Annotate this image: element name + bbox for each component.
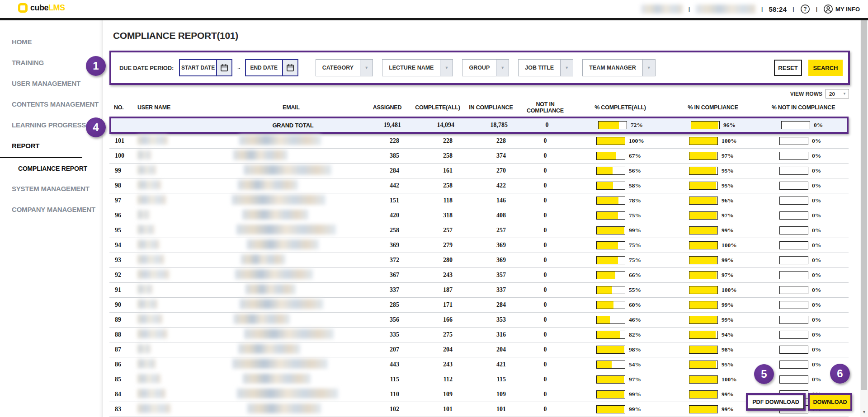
- vertical-scrollbar[interactable]: ▼: [860, 20, 868, 417]
- reset-button[interactable]: RESET: [774, 60, 802, 76]
- sidebar-item-home[interactable]: HOME: [0, 31, 103, 52]
- end-date-field[interactable]: END DATE: [245, 59, 298, 76]
- redacted-email: [232, 359, 328, 369]
- category-dropdown[interactable]: CATEGORY ▼: [316, 59, 373, 76]
- assigned-value: 356: [363, 316, 411, 323]
- assigned-value: 369: [363, 242, 411, 249]
- pct-value: 56%: [629, 167, 644, 174]
- pct-value: 55%: [629, 286, 644, 294]
- not-in-compliance-value: 0: [518, 346, 573, 353]
- user-name-cell: [137, 404, 219, 415]
- in-compliance-value: 109: [464, 391, 518, 398]
- assigned-value: 442: [363, 182, 411, 189]
- redacted-user-name: [137, 225, 154, 234]
- search-button[interactable]: SEARCH: [808, 60, 843, 76]
- sidebar-item-user-management[interactable]: USER MANAGEMENT: [0, 73, 103, 94]
- row-number: 90: [109, 301, 137, 309]
- cube-lms-logo[interactable]: cubeLMS: [18, 3, 65, 13]
- pct-value: 0%: [814, 122, 829, 129]
- row-number: 98: [109, 182, 137, 189]
- pct-value: 99%: [629, 391, 644, 398]
- my-info-button[interactable]: MY INFO: [823, 4, 860, 14]
- lecture-name-dropdown[interactable]: LECTURE NAME ▼: [382, 59, 453, 76]
- email-cell: [219, 210, 363, 221]
- pct-in-compliance-cell: 99%: [668, 390, 758, 398]
- in-compliance-value: 115: [464, 376, 518, 383]
- sidebar-item-report[interactable]: REPORT: [0, 135, 103, 156]
- pct-value: 0%: [812, 212, 827, 219]
- help-icon: ?: [800, 4, 810, 14]
- redacted-user-name: [137, 285, 152, 294]
- progress-bar: [689, 375, 718, 384]
- complete-value: 166: [411, 316, 464, 323]
- complete-value: 318: [411, 212, 464, 219]
- col-header-email: EMAIL: [219, 104, 363, 111]
- redacted-account-chip: [696, 5, 755, 14]
- pct-in-compliance-cell: 99%: [668, 405, 758, 413]
- progress-bar: [689, 241, 718, 249]
- help-button[interactable]: ?: [800, 4, 810, 14]
- start-date-field[interactable]: START DATE: [179, 59, 232, 76]
- view-rows-label: VIEW ROWS: [790, 91, 822, 97]
- sidebar: HOME TRAINING USER MANAGEMENT CONTENTS M…: [0, 20, 103, 417]
- sidebar-item-compliance-report[interactable]: COMPLIANCE REPORT: [0, 159, 103, 178]
- view-rows-select[interactable]: 20 ▼: [826, 89, 849, 98]
- pct-in-compliance-cell: 95%: [668, 182, 758, 190]
- progress-bar: [596, 271, 625, 279]
- pct-not-in-compliance-cell: 0%: [758, 256, 849, 264]
- user-name-cell: [137, 240, 219, 251]
- start-date-calendar-button[interactable]: [216, 60, 231, 75]
- pct-not-in-compliance-cell: 0%: [758, 346, 849, 354]
- redacted-user-name: [137, 210, 149, 219]
- progress-bar: [689, 271, 718, 279]
- sidebar-item-company-management[interactable]: COMPANY MANAGEMENT: [0, 199, 103, 220]
- end-date-calendar-button[interactable]: [282, 60, 297, 75]
- progress-bar: [689, 226, 718, 234]
- table-row: 100 385 258 374 0 67% 97% 0%: [109, 149, 849, 164]
- col-header-in-compliance: IN COMPLIANCE: [464, 104, 518, 111]
- email-cell: [219, 344, 363, 356]
- pct-not-in-compliance-cell: 0%: [758, 316, 849, 324]
- team-manager-dropdown[interactable]: TEAM MANAGER ▼: [582, 59, 655, 76]
- session-timer: 58:24: [769, 5, 787, 13]
- progress-bar: [596, 211, 625, 220]
- pct-value: 99%: [722, 406, 737, 413]
- sidebar-item-system-management[interactable]: SYSTEM MANAGEMENT: [0, 178, 103, 199]
- col-header-no: NO.: [109, 104, 137, 111]
- pdf-download-button[interactable]: PDF DOWNLOAD: [748, 395, 804, 409]
- scrollbar-down-arrow-icon[interactable]: ▼: [860, 410, 868, 414]
- email-cell: [219, 239, 363, 251]
- progress-bar: [596, 226, 625, 234]
- sidebar-item-contents-management[interactable]: CONTENTS MANAGEMENT: [0, 94, 103, 114]
- not-in-compliance-value: 0: [518, 227, 573, 234]
- in-compliance-value: 228: [464, 137, 518, 145]
- download-button[interactable]: DOWNLOAD: [810, 395, 850, 409]
- table-row: 99 284 161 270 0 56% 95% 0%: [109, 164, 849, 178]
- progress-bar: [596, 167, 625, 175]
- table-row: 86 443 243 421 0 54% 95% 0%: [109, 357, 849, 372]
- table-row: 93 372 280 369 0 75% 99% 0%: [109, 253, 849, 268]
- pct-complete-cell: 99%: [573, 226, 668, 234]
- complete-value: 280: [411, 257, 464, 264]
- progress-bar: [779, 286, 808, 294]
- pct-not-in-compliance-cell: 0%: [758, 167, 849, 175]
- progress-bar: [779, 271, 808, 279]
- progress-bar: [596, 301, 625, 309]
- pct-not-in-compliance-cell: 0%: [758, 271, 849, 279]
- complete-value: 187: [411, 286, 464, 294]
- chevron-down-icon: ▼: [440, 60, 453, 76]
- job-title-dropdown[interactable]: JOB TITLE ▼: [518, 59, 573, 76]
- email-cell: [219, 269, 363, 281]
- email-cell: [219, 403, 363, 415]
- row-number: 94: [109, 242, 137, 249]
- email-cell: [219, 135, 363, 147]
- redacted-email: [247, 403, 321, 413]
- row-number: 97: [109, 197, 137, 204]
- redacted-email: [241, 254, 285, 264]
- pct-value: 98%: [629, 346, 644, 353]
- redacted-user-name: [137, 359, 156, 368]
- pct-not-in-compliance-cell: 0%: [758, 331, 849, 339]
- group-dropdown[interactable]: GROUP ▼: [462, 59, 509, 76]
- scrollbar-thumb[interactable]: [861, 20, 867, 390]
- row-number: 88: [109, 331, 137, 338]
